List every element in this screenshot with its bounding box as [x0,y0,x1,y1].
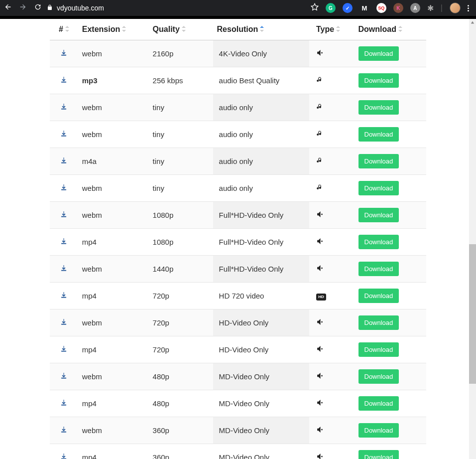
download-button[interactable]: Download [358,450,399,459]
resolution-cell: Full*HD-Video Only [213,229,309,256]
extension-cell: mp4 [78,390,149,417]
download-icon[interactable] [60,265,68,274]
resolution-cell: MD-Video Only [213,363,309,390]
type-icon [309,175,354,202]
header-resolution[interactable]: Resolution [213,19,309,40]
download-button[interactable]: Download [358,289,399,303]
download-icon[interactable] [60,238,68,247]
download-button[interactable]: Download [358,73,399,88]
download-icon[interactable] [60,131,68,139]
ext-icon-k[interactable]: K [393,3,403,13]
download-button[interactable]: Download [358,369,399,384]
download-button[interactable]: Download [358,46,399,61]
download-icon[interactable] [60,346,68,354]
quality-cell: 480p [149,390,213,417]
table-row: webmtinyaudio onlyDownload [50,94,426,121]
table-row: webmtinyaudio onlyDownload [50,121,426,148]
download-button[interactable]: Download [358,154,399,168]
type-icon [309,202,354,229]
quality-cell: tiny [149,175,213,202]
download-button[interactable]: Download [358,208,399,222]
ext-icon-mail[interactable]: M [359,3,369,13]
resolution-cell: Full*HD-Video Only [213,256,309,283]
type-icon [309,229,354,256]
download-icon[interactable] [60,319,68,327]
download-icon[interactable] [60,211,68,220]
type-icon [309,336,354,363]
browser-toolbar: vdyoutube.com G ✓ M SQ K A ✱ | [0,0,476,16]
download-icon[interactable] [60,292,68,301]
header-quality[interactable]: Quality [149,19,213,40]
browser-menu-button[interactable] [468,5,469,11]
resolution-cell: audio only [213,94,309,121]
ext-icon-asterisk[interactable]: ✱ [427,3,434,13]
type-icon [309,390,354,417]
table-row: mp4720pHD-Video OnlyDownload [50,336,426,363]
resolution-cell: audio only [213,121,309,148]
bookmark-star-icon[interactable] [311,3,319,13]
type-icon: HD [309,283,354,309]
quality-cell: 2160p [149,40,213,67]
vertical-scrollbar[interactable] [469,19,476,459]
resolution-cell: MD-Video Only [213,444,309,459]
header-extension[interactable]: Extension [78,19,149,40]
download-button[interactable]: Download [358,100,399,115]
quality-cell: 480p [149,363,213,390]
quality-cell: 720p [149,309,213,336]
extension-cell: webm [78,256,149,283]
quality-cell: 360p [149,417,213,444]
table-row: mp41080pFull*HD-Video OnlyDownload [50,229,426,256]
download-icon[interactable] [60,157,68,166]
download-icon[interactable] [60,400,68,408]
ext-icon-check[interactable]: ✓ [343,3,353,13]
extension-cell: webm [78,121,149,148]
lock-icon [47,3,53,12]
ext-icon-sq[interactable]: SQ [376,3,386,13]
resolution-cell: Full*HD-Video Only [213,202,309,229]
resolution-cell: audio only [213,148,309,175]
download-button[interactable]: Download [358,342,399,357]
quality-cell: 1080p [149,229,213,256]
table-row: webm1080pFull*HD-Video OnlyDownload [50,202,426,229]
header-hash[interactable]: # [50,19,78,40]
download-icon[interactable] [60,50,68,58]
extension-cell: mp4 [78,229,149,256]
url-text[interactable]: vdyoutube.com [57,4,104,12]
resolution-cell: MD-Video Only [213,417,309,444]
table-row: webm1440pFull*HD-Video OnlyDownload [50,256,426,283]
header-download[interactable]: Download [355,19,427,40]
download-button[interactable]: Download [358,315,399,330]
quality-cell: 720p [149,336,213,363]
resolution-cell: 4K-Video Only [213,40,309,67]
resolution-cell: HD-Video Only [213,336,309,363]
ext-icon-a[interactable]: A [410,3,420,13]
resolution-cell: MD-Video Only [213,390,309,417]
table-row: m4atinyaudio onlyDownload [50,148,426,175]
download-icon[interactable] [60,427,68,435]
forward-button[interactable] [19,3,27,13]
download-button[interactable]: Download [358,181,399,195]
download-button[interactable]: Download [358,396,399,411]
type-icon [309,309,354,336]
scrollbar-thumb[interactable] [469,244,476,384]
table-row: webmtinyaudio onlyDownload [50,175,426,202]
extension-cell: mp3 [78,67,149,94]
download-button[interactable]: Download [358,235,399,249]
download-icon[interactable] [60,104,68,112]
extension-cell: mp4 [78,336,149,363]
back-button[interactable] [4,3,12,13]
download-button[interactable]: Download [358,262,399,276]
download-icon[interactable] [60,373,68,381]
download-icon[interactable] [60,77,68,85]
type-icon [309,67,354,94]
page-content: # Extension Quality Resolution Type Down… [0,19,476,459]
ext-icon-grammarly[interactable]: G [326,3,336,13]
download-icon[interactable] [60,184,68,193]
profile-avatar[interactable] [450,2,461,13]
download-button[interactable]: Download [358,127,399,142]
table-row: webm480pMD-Video OnlyDownload [50,363,426,390]
download-button[interactable]: Download [358,423,399,438]
header-type[interactable]: Type [309,19,354,40]
reload-button[interactable] [34,3,42,13]
download-icon[interactable] [60,454,68,459]
